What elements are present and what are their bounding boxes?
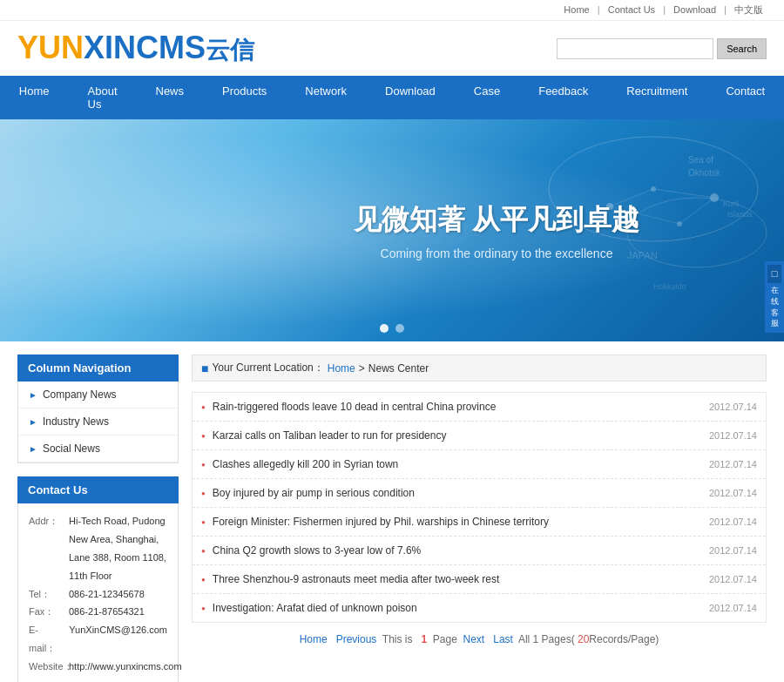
svg-text:Hokkaido: Hokkaido: [653, 282, 686, 291]
search-button[interactable]: Search: [717, 38, 767, 59]
fax-value: 086-21-87654321: [69, 603, 145, 621]
nav-item-label-1: Company News: [43, 388, 117, 401]
news-link-4[interactable]: Foreign Minister: Fishermen injured by P…: [213, 516, 549, 528]
contact-box: Addr： Hi-Tech Road, Pudong New Area, Sha…: [17, 503, 179, 682]
pagination: Home Previous This is 1 Page Next Last A…: [192, 623, 767, 656]
nav-download[interactable]: Download: [366, 76, 455, 119]
main-content: ■ Your Current Location： Home > News Cen…: [192, 355, 767, 682]
news-list: ● Rain-triggered floods leave 10 dead in…: [192, 392, 767, 623]
news-title-5: China Q2 growth slows to 3-year low of 7…: [213, 544, 709, 557]
news-bullet-6: ●: [201, 576, 206, 584]
pagination-next[interactable]: Next: [463, 633, 485, 645]
logo: YUNXINCMS云信: [17, 30, 254, 67]
left-sidebar: Column Navigation ► Company News ► Indus…: [17, 355, 179, 682]
topbar-contact-link[interactable]: Contact Us: [608, 4, 655, 15]
contact-website-row: Website： http://www.yunxincms.com: [29, 658, 167, 676]
nav-products[interactable]: Products: [203, 76, 286, 119]
news-item-3: ● Boy injured by air pump in serious con…: [193, 479, 766, 508]
pagination-records: 20: [578, 633, 589, 645]
banner-dot-2[interactable]: [395, 324, 404, 333]
topbar-home-link[interactable]: Home: [564, 4, 589, 15]
news-title-4: Foreign Minister: Fishermen injured by P…: [213, 516, 709, 528]
news-title-0: Rain-triggered floods leave 10 dead in c…: [213, 401, 709, 413]
news-bullet-3: ●: [201, 490, 206, 497]
news-item-1: ● Karzai calls on Taliban leader to run …: [193, 422, 766, 450]
news-date-3: 2012.07.14: [709, 488, 757, 498]
banner-en-text: Coming from the ordinary to the excellen…: [354, 246, 640, 260]
news-link-0[interactable]: Rain-triggered floods leave 10 dead in c…: [213, 401, 497, 413]
news-link-7[interactable]: Investigation: Arafat died of unknown po…: [213, 602, 417, 614]
fax-label: Fax：: [29, 603, 64, 621]
svg-text:Kuril: Kuril: [723, 199, 739, 208]
contact-tel-row: Tel： 086-21-12345678: [29, 585, 167, 604]
news-title-3: Boy injured by air pump in serious condi…: [213, 487, 709, 499]
news-title-2: Clashes allegedly kill 200 in Syrian tow…: [213, 458, 709, 470]
news-link-2[interactable]: Clashes allegedly kill 200 in Syrian tow…: [213, 458, 398, 470]
nav-case[interactable]: Case: [455, 76, 519, 119]
nav-recruitment[interactable]: Recruitment: [607, 76, 706, 119]
news-link-1[interactable]: Karzai calls on Taliban leader to run fo…: [213, 429, 447, 442]
website-label: Website：: [29, 658, 64, 676]
main-nav: Home About Us News Products Network Down…: [0, 76, 784, 119]
nav-about[interactable]: About Us: [69, 76, 137, 119]
news-item-0: ● Rain-triggered floods leave 10 dead in…: [193, 393, 766, 422]
content-area: Column Navigation ► Company News ► Indus…: [0, 341, 784, 682]
addr-value: Hi-Tech Road, Pudong New Area, Shanghai,…: [69, 512, 167, 585]
banner-cn-text: 见微知著 从平凡到卓越: [354, 201, 640, 240]
contact-addr-row: Addr： Hi-Tech Road, Pudong New Area, Sha…: [29, 512, 167, 585]
breadcrumb-current: News Center: [368, 362, 429, 375]
banner: Sea of Okhotsk Kuril Islands JAPAN Hokka…: [0, 119, 784, 341]
nav-item-label-2: Industry News: [43, 415, 109, 428]
nav-feedback[interactable]: Feedback: [519, 76, 607, 119]
news-date-6: 2012.07.14: [709, 574, 757, 584]
news-date-0: 2012.07.14: [709, 402, 757, 412]
tel-value: 086-21-12345678: [69, 585, 145, 604]
tel-label: Tel：: [29, 585, 64, 604]
arrow-icon-1: ►: [29, 390, 37, 400]
nav-item-label-3: Social News: [43, 442, 100, 455]
breadcrumb-sep: >: [359, 362, 365, 375]
news-item-6: ● Three Shenzhou-9 astronauts meet media…: [193, 565, 766, 594]
svg-text:Islands: Islands: [727, 210, 753, 219]
nav-industry-news[interactable]: ► Industry News: [18, 409, 178, 436]
nav-network[interactable]: Network: [286, 76, 366, 119]
news-title-7: Investigation: Arafat died of unknown po…: [213, 602, 709, 614]
news-date-1: 2012.07.14: [709, 430, 757, 441]
nav-contact[interactable]: Contact: [706, 76, 784, 119]
topbar-download-link[interactable]: Download: [673, 4, 716, 15]
pagination-current: 1: [421, 633, 427, 645]
news-item-4: ● Foreign Minister: Fishermen injured by…: [193, 508, 766, 537]
service-label: 在线客服: [767, 285, 781, 328]
top-bar: Home | Contact Us | Download | 中文版: [0, 0, 784, 21]
pagination-last[interactable]: Last: [493, 633, 513, 645]
breadcrumb: ■ Your Current Location： Home > News Cen…: [192, 355, 767, 382]
breadcrumb-home[interactable]: Home: [328, 362, 355, 375]
news-bullet-1: ●: [201, 432, 206, 440]
news-link-5[interactable]: China Q2 growth slows to 3-year low of 7…: [213, 544, 421, 557]
banner-dot-1[interactable]: [380, 324, 389, 333]
news-title-1: Karzai calls on Taliban leader to run fo…: [213, 429, 709, 442]
news-link-6[interactable]: Three Shenzhou-9 astronauts meet media a…: [213, 573, 500, 585]
email-label: E-mail：: [29, 621, 64, 658]
header: YUNXINCMS云信 Search: [0, 21, 784, 76]
news-bullet-5: ●: [201, 547, 206, 555]
news-bullet-2: ●: [201, 461, 206, 469]
nav-social-news[interactable]: ► Social News: [18, 436, 178, 463]
nav-news[interactable]: News: [137, 76, 204, 119]
svg-line-8: [679, 198, 714, 224]
nav-company-news[interactable]: ► Company News: [18, 382, 178, 409]
location-icon: ■: [201, 361, 208, 375]
news-bullet-7: ●: [201, 604, 206, 612]
search-input[interactable]: [557, 38, 713, 59]
news-link-3[interactable]: Boy injured by air pump in serious condi…: [213, 487, 415, 499]
nav-home[interactable]: Home: [0, 76, 69, 119]
svg-text:Sea of: Sea of: [688, 155, 713, 165]
news-bullet-4: ●: [201, 518, 206, 526]
online-service-float[interactable]: □ 在线客服: [765, 261, 784, 333]
banner-text: 见微知著 从平凡到卓越 Coming from the ordinary to …: [354, 201, 640, 260]
service-icon: □: [767, 265, 781, 283]
pagination-home[interactable]: Home: [300, 633, 328, 645]
news-date-2: 2012.07.14: [709, 459, 757, 469]
topbar-chinese-link[interactable]: 中文版: [734, 4, 763, 15]
pagination-prev[interactable]: Previous: [336, 633, 377, 645]
